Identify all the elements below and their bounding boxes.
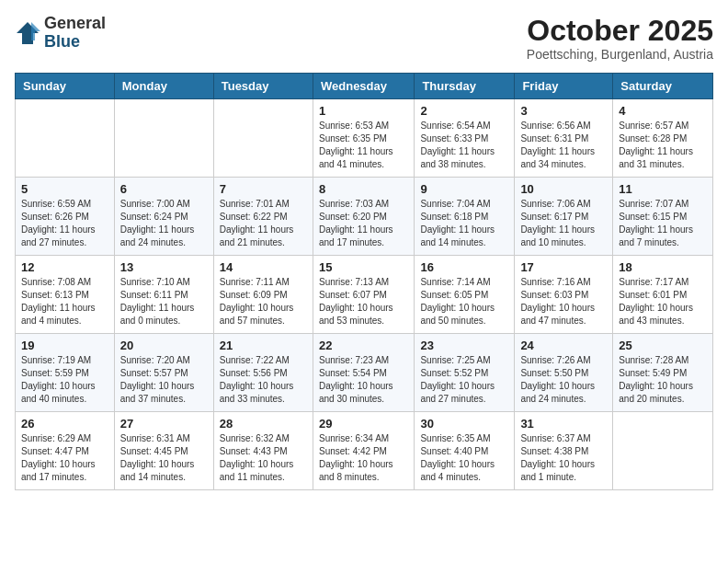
day-number: 30 — [420, 417, 508, 431]
day-info: Sunrise: 7:17 AM Sunset: 6:01 PM Dayligh… — [619, 276, 707, 327]
calendar-cell — [613, 412, 713, 490]
page-header: General Blue October 2025 Poettsching, B… — [15, 15, 713, 62]
day-info: Sunrise: 7:10 AM Sunset: 6:11 PM Dayligh… — [120, 276, 208, 327]
day-number: 6 — [120, 182, 208, 196]
day-info: Sunrise: 7:23 AM Sunset: 5:54 PM Dayligh… — [319, 354, 408, 406]
calendar-cell: 10Sunrise: 7:06 AM Sunset: 6:17 PM Dayli… — [515, 178, 613, 256]
calendar-header-row: SundayMondayTuesdayWednesdayThursdayFrid… — [16, 74, 713, 99]
day-number: 13 — [120, 260, 208, 274]
day-info: Sunrise: 7:08 AM Sunset: 6:13 PM Dayligh… — [21, 276, 108, 327]
title-block: October 2025 Poettsching, Burgenland, Au… — [527, 15, 713, 62]
day-number: 20 — [120, 339, 208, 352]
day-info: Sunrise: 6:31 AM Sunset: 4:45 PM Dayligh… — [120, 432, 208, 484]
day-number: 3 — [520, 104, 607, 118]
calendar-cell: 25Sunrise: 7:28 AM Sunset: 5:49 PM Dayli… — [613, 334, 713, 412]
day-number: 27 — [120, 417, 208, 431]
calendar-week-2: 5Sunrise: 6:59 AM Sunset: 6:26 PM Daylig… — [16, 178, 713, 256]
day-info: Sunrise: 7:16 AM Sunset: 6:03 PM Dayligh… — [520, 276, 607, 327]
calendar-cell: 19Sunrise: 7:19 AM Sunset: 5:59 PM Dayli… — [16, 334, 115, 412]
calendar-table: SundayMondayTuesdayWednesdayThursdayFrid… — [15, 73, 713, 490]
day-number: 4 — [619, 104, 707, 118]
day-number: 7 — [220, 182, 307, 196]
day-number: 31 — [520, 417, 607, 431]
logo-text: General Blue — [44, 15, 106, 52]
calendar-week-1: 1Sunrise: 6:53 AM Sunset: 6:35 PM Daylig… — [16, 99, 713, 178]
location: Poettsching, Burgenland, Austria — [527, 47, 713, 62]
day-info: Sunrise: 6:54 AM Sunset: 6:33 PM Dayligh… — [420, 120, 508, 171]
calendar-cell: 1Sunrise: 6:53 AM Sunset: 6:35 PM Daylig… — [313, 99, 414, 178]
calendar-cell: 14Sunrise: 7:11 AM Sunset: 6:09 PM Dayli… — [213, 256, 313, 334]
month-title: October 2025 — [527, 15, 713, 47]
day-number: 24 — [520, 339, 607, 352]
day-info: Sunrise: 7:26 AM Sunset: 5:50 PM Dayligh… — [520, 354, 607, 406]
calendar-cell: 24Sunrise: 7:26 AM Sunset: 5:50 PM Dayli… — [515, 334, 613, 412]
calendar-cell: 20Sunrise: 7:20 AM Sunset: 5:57 PM Dayli… — [114, 334, 213, 412]
calendar-cell: 30Sunrise: 6:35 AM Sunset: 4:40 PM Dayli… — [415, 412, 515, 490]
logo-icon — [15, 20, 40, 46]
day-info: Sunrise: 6:32 AM Sunset: 4:43 PM Dayligh… — [220, 432, 307, 484]
day-number: 5 — [21, 182, 108, 196]
day-number: 14 — [220, 260, 307, 274]
calendar-cell: 3Sunrise: 6:56 AM Sunset: 6:31 PM Daylig… — [515, 99, 613, 178]
calendar-cell: 29Sunrise: 6:34 AM Sunset: 4:42 PM Dayli… — [313, 412, 414, 490]
day-info: Sunrise: 6:34 AM Sunset: 4:42 PM Dayligh… — [319, 432, 408, 484]
calendar-week-4: 19Sunrise: 7:19 AM Sunset: 5:59 PM Dayli… — [16, 334, 713, 412]
day-info: Sunrise: 7:25 AM Sunset: 5:52 PM Dayligh… — [420, 354, 508, 406]
day-header-wednesday: Wednesday — [313, 74, 414, 99]
calendar-cell: 2Sunrise: 6:54 AM Sunset: 6:33 PM Daylig… — [415, 99, 515, 178]
calendar-cell: 8Sunrise: 7:03 AM Sunset: 6:20 PM Daylig… — [313, 178, 414, 256]
day-number: 1 — [319, 104, 408, 118]
day-number: 26 — [21, 417, 108, 431]
day-info: Sunrise: 7:14 AM Sunset: 6:05 PM Dayligh… — [420, 276, 508, 327]
day-number: 16 — [420, 260, 508, 274]
calendar-cell: 22Sunrise: 7:23 AM Sunset: 5:54 PM Dayli… — [313, 334, 414, 412]
day-number: 19 — [21, 339, 108, 352]
day-info: Sunrise: 7:28 AM Sunset: 5:49 PM Dayligh… — [619, 354, 707, 406]
day-header-saturday: Saturday — [613, 74, 713, 99]
calendar-cell: 21Sunrise: 7:22 AM Sunset: 5:56 PM Dayli… — [213, 334, 313, 412]
calendar-cell: 23Sunrise: 7:25 AM Sunset: 5:52 PM Dayli… — [415, 334, 515, 412]
day-info: Sunrise: 7:04 AM Sunset: 6:18 PM Dayligh… — [420, 198, 508, 249]
calendar-cell: 27Sunrise: 6:31 AM Sunset: 4:45 PM Dayli… — [114, 412, 213, 490]
calendar-cell: 7Sunrise: 7:01 AM Sunset: 6:22 PM Daylig… — [213, 178, 313, 256]
day-header-friday: Friday — [515, 74, 613, 99]
logo-blue-text: Blue — [44, 33, 106, 52]
day-number: 23 — [420, 339, 508, 352]
day-info: Sunrise: 6:59 AM Sunset: 6:26 PM Dayligh… — [21, 198, 108, 249]
day-info: Sunrise: 7:22 AM Sunset: 5:56 PM Dayligh… — [220, 354, 307, 406]
day-info: Sunrise: 7:11 AM Sunset: 6:09 PM Dayligh… — [220, 276, 307, 327]
day-info: Sunrise: 6:37 AM Sunset: 4:38 PM Dayligh… — [520, 432, 607, 484]
day-number: 29 — [319, 417, 408, 431]
day-info: Sunrise: 6:53 AM Sunset: 6:35 PM Dayligh… — [319, 120, 408, 171]
day-number: 15 — [319, 260, 408, 274]
day-header-thursday: Thursday — [415, 74, 515, 99]
calendar-cell: 18Sunrise: 7:17 AM Sunset: 6:01 PM Dayli… — [613, 256, 713, 334]
day-number: 17 — [520, 260, 607, 274]
day-info: Sunrise: 7:13 AM Sunset: 6:07 PM Dayligh… — [319, 276, 408, 327]
calendar-week-3: 12Sunrise: 7:08 AM Sunset: 6:13 PM Dayli… — [16, 256, 713, 334]
calendar-cell: 12Sunrise: 7:08 AM Sunset: 6:13 PM Dayli… — [16, 256, 115, 334]
calendar-cell: 4Sunrise: 6:57 AM Sunset: 6:28 PM Daylig… — [613, 99, 713, 178]
calendar-cell — [114, 99, 213, 178]
day-info: Sunrise: 7:07 AM Sunset: 6:15 PM Dayligh… — [619, 198, 707, 249]
calendar-cell: 17Sunrise: 7:16 AM Sunset: 6:03 PM Dayli… — [515, 256, 613, 334]
calendar-cell: 28Sunrise: 6:32 AM Sunset: 4:43 PM Dayli… — [213, 412, 313, 490]
day-info: Sunrise: 6:35 AM Sunset: 4:40 PM Dayligh… — [420, 432, 508, 484]
day-number: 8 — [319, 182, 408, 196]
logo: General Blue — [15, 15, 106, 52]
calendar-cell: 9Sunrise: 7:04 AM Sunset: 6:18 PM Daylig… — [415, 178, 515, 256]
calendar-cell: 6Sunrise: 7:00 AM Sunset: 6:24 PM Daylig… — [114, 178, 213, 256]
calendar-cell — [213, 99, 313, 178]
day-header-sunday: Sunday — [16, 74, 115, 99]
day-number: 21 — [220, 339, 307, 352]
day-number: 28 — [220, 417, 307, 431]
calendar-cell: 5Sunrise: 6:59 AM Sunset: 6:26 PM Daylig… — [16, 178, 115, 256]
calendar-cell — [16, 99, 115, 178]
day-info: Sunrise: 7:06 AM Sunset: 6:17 PM Dayligh… — [520, 198, 607, 249]
day-header-monday: Monday — [114, 74, 213, 99]
logo-general-text: General — [44, 15, 106, 33]
calendar-cell: 16Sunrise: 7:14 AM Sunset: 6:05 PM Dayli… — [415, 256, 515, 334]
day-info: Sunrise: 7:03 AM Sunset: 6:20 PM Dayligh… — [319, 198, 408, 249]
day-number: 2 — [420, 104, 508, 118]
day-info: Sunrise: 7:01 AM Sunset: 6:22 PM Dayligh… — [220, 198, 307, 249]
